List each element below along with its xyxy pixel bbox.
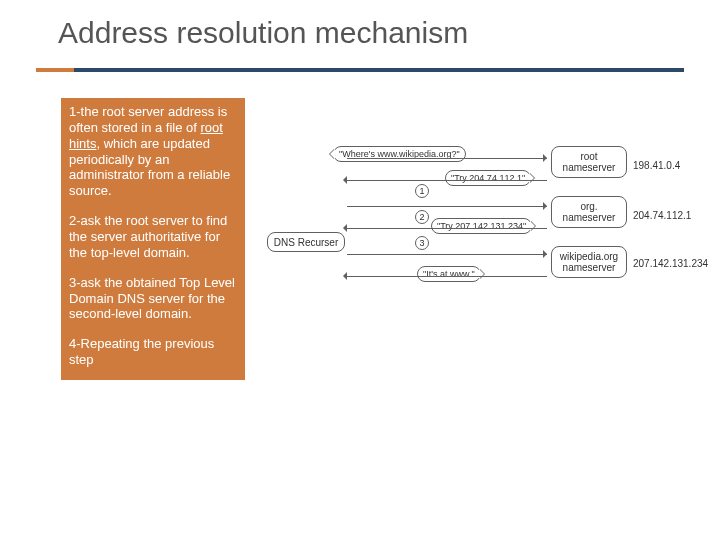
step-3: 3-ask the obtained Top Level Domain DNS … [69, 275, 237, 323]
root-nameserver-ip: 198.41.0.4 [633, 160, 680, 171]
wikipedia-nameserver-ip: 207.142.131.234 [633, 258, 708, 269]
step-1: 1-the root server address is often store… [69, 104, 237, 199]
steps-panel: 1-the root server address is often store… [61, 98, 245, 380]
reply-root-bubble: "Try 204.74.112.1" [445, 170, 531, 186]
dns-diagram: DNS Recurser root nameserver 198.41.0.4 … [267, 140, 685, 310]
step-2: 2-ask the root server to find the server… [69, 213, 237, 261]
org-nameserver-box: org. nameserver [551, 196, 627, 228]
reply-org-bubble: "Try 207.142.131.234" [431, 218, 532, 234]
divider [36, 68, 684, 72]
step-circle-1: 1 [415, 184, 429, 198]
step-circle-2: 2 [415, 210, 429, 224]
root-nameserver-box: root nameserver [551, 146, 627, 178]
dns-recurser-box: DNS Recurser [267, 232, 345, 252]
org-nameserver-ip: 204.74.112.1 [633, 210, 691, 221]
divider-accent [36, 68, 74, 72]
step-4: 4-Repeating the previous step [69, 336, 237, 368]
wikipedia-nameserver-box: wikipedia.org nameserver [551, 246, 627, 278]
page-title: Address resolution mechanism [0, 0, 720, 68]
reply-wikipedia-bubble: "It's at www." [417, 266, 481, 282]
query-bubble: "Where's www.wikipedia.org?" [333, 146, 466, 162]
step-circle-3: 3 [415, 236, 429, 250]
